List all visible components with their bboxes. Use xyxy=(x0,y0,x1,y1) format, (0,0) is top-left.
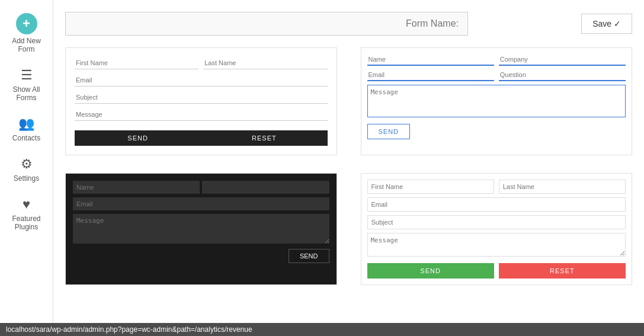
form1-reset-button[interactable]: RESET xyxy=(201,130,327,146)
show-forms-label: Show All Forms xyxy=(3,85,50,102)
form3-extra[interactable] xyxy=(202,181,329,194)
heart-icon: ♥ xyxy=(23,197,30,212)
sidebar-item-settings[interactable]: ⚙ Settings xyxy=(0,149,53,190)
form2-buttons: SEND xyxy=(367,124,626,139)
form1-name-row xyxy=(75,57,328,74)
featured-plugins-label: Featured Plugins xyxy=(3,215,50,231)
form4-first-name[interactable] xyxy=(367,180,494,194)
gear-icon: ⚙ xyxy=(21,156,33,172)
plus-icon: + xyxy=(16,13,37,34)
sidebar-item-featured-plugins[interactable]: ♥ Featured Plugins xyxy=(0,190,53,238)
url-display: localhost/sara/wp-admin/admin.php?page=w… xyxy=(6,325,252,334)
add-new-label: Add New Form xyxy=(3,37,50,53)
form4-send-button[interactable]: SEND xyxy=(367,263,494,279)
form1-send-button[interactable]: SEND xyxy=(75,130,201,146)
form-name-input[interactable] xyxy=(65,12,468,36)
main-content: Save ✓ SEND RESET xyxy=(53,0,644,336)
form2-question[interactable] xyxy=(499,69,626,81)
form2-message[interactable] xyxy=(367,85,626,117)
form-card-1: SEND RESET xyxy=(65,47,337,155)
form2: SEND xyxy=(367,54,626,139)
form1-message[interactable] xyxy=(75,108,328,121)
form3-send-button[interactable]: SEND xyxy=(289,249,329,263)
form-card-2: SEND xyxy=(361,47,633,155)
form1-buttons: SEND RESET xyxy=(75,130,328,146)
form4-message[interactable] xyxy=(367,233,626,257)
form2-send-button[interactable]: SEND xyxy=(367,124,411,139)
sidebar-item-contacts[interactable]: 👥 Contacts xyxy=(0,109,53,149)
list-icon: ☰ xyxy=(21,68,33,83)
contacts-icon: 👥 xyxy=(18,116,34,132)
form4-email[interactable] xyxy=(367,197,626,212)
save-button[interactable]: Save ✓ xyxy=(581,14,632,34)
form3-name-row xyxy=(73,181,329,197)
form4-last-name[interactable] xyxy=(499,180,626,194)
form2-name-company-row xyxy=(367,54,626,66)
form4-reset-button[interactable]: RESET xyxy=(499,263,626,279)
form4-name-row xyxy=(367,180,626,194)
form4-subject[interactable] xyxy=(367,215,626,229)
form1-email[interactable] xyxy=(75,74,328,87)
sidebar-item-show-forms[interactable]: ☰ Show All Forms xyxy=(0,60,53,109)
contacts-label: Contacts xyxy=(12,134,40,142)
top-bar: Save ✓ xyxy=(65,12,632,36)
form4-buttons: SEND RESET xyxy=(367,263,626,279)
form3-buttons: SEND xyxy=(73,249,329,263)
form-card-3: SEND xyxy=(65,173,337,285)
form3-email[interactable] xyxy=(73,197,329,210)
form3-name[interactable] xyxy=(73,181,200,194)
form2-name[interactable] xyxy=(367,54,494,66)
form1-subject[interactable] xyxy=(75,91,328,104)
form2-email[interactable] xyxy=(367,69,494,81)
form1-last-name[interactable] xyxy=(203,57,327,69)
form2-email-question-row xyxy=(367,69,626,81)
sidebar: + Add New Form ☰ Show All Forms 👥 Contac… xyxy=(0,0,53,336)
form-card-4: SEND RESET xyxy=(361,173,633,285)
settings-label: Settings xyxy=(14,174,39,183)
forms-grid: SEND RESET SEND xyxy=(65,47,632,285)
bottom-bar: localhost/sara/wp-admin/admin.php?page=w… xyxy=(0,323,644,336)
form2-company[interactable] xyxy=(499,54,626,66)
form3-message[interactable] xyxy=(73,214,329,244)
form1-first-name[interactable] xyxy=(75,57,198,69)
sidebar-item-add-new[interactable]: + Add New Form xyxy=(0,6,53,60)
